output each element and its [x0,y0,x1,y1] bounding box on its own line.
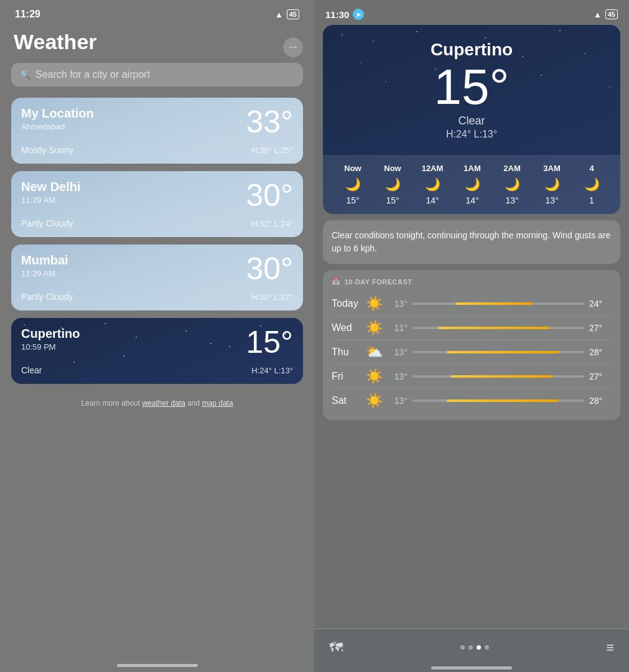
left-panel: 11:29 ▲ 45 ··· Weather 🔍 Search for a ci… [0,0,314,672]
forecast-bar-1 [438,327,549,329]
weather-card-mumbai[interactable]: Mumbai 11:29 AM 30° Partly Cloudy H:30° … [11,245,303,310]
hour-icon-6: 🌙 [584,177,600,192]
forecast-high-1: 27° [589,323,612,333]
bottom-toolbar: 🗺 ≡ [314,628,629,672]
location-icon: ➤ [353,9,364,20]
footer-text: Learn more about weather data and map da… [11,399,303,408]
hour-icon-1: 🌙 [385,177,401,192]
forecast-header: 📅 10-DAY FORECAST [332,278,612,286]
hour-label-5: 3AM [543,164,560,173]
forecast-bar-3 [450,375,554,378]
forecast-bar-container-3 [412,375,584,378]
app-title: Weather [14,30,303,54]
card-subtitle-my-location: Ahmedabad [21,122,94,131]
map-button[interactable]: 🗺 [329,640,343,656]
hour-label-1: Now [384,164,401,173]
hour-item-6: 4 🌙 1 [572,164,610,205]
main-weather-top: Cupertino 15° Clear H:24° L:13° [323,25,620,155]
hour-temp-3: 14° [465,195,478,205]
search-placeholder: Search for a city or airport [35,69,150,80]
detail-scroll[interactable]: Cupertino 15° Clear H:24° L:13° Now 🌙 15… [314,25,629,672]
description-box: Clear conditions tonight, continuing thr… [323,220,620,264]
main-city: Cupertino [333,40,610,60]
card-condition-mumbai: Partly Cloudy [21,292,73,302]
forecast-low-1: 11° [385,323,408,333]
hourly-section: Now 🌙 15° Now 🌙 15° 12AM 🌙 14° 1AM 🌙 14°… [323,155,620,214]
weather-card-cupertino[interactable]: Cupertino 10:59 PM 15° Clear H:24° L:13° [11,318,303,384]
more-button[interactable]: ··· [283,37,303,57]
hour-label-0: Now [344,164,361,173]
hour-icon-5: 🌙 [544,177,560,192]
hour-temp-5: 13° [545,195,558,205]
hour-item-4: 2AM 🌙 13° [492,164,532,205]
page-dot-2[interactable] [477,645,481,650]
card-time-new-delhi: 11:29 AM [21,195,81,205]
right-panel: 11:30 ➤ ▲ 45 [314,0,629,672]
hour-item-2: 12AM 🌙 14° [412,164,452,205]
card-hl-my-location: H:36° L:25° [251,146,293,155]
card-city-my-location: My Location [21,106,94,121]
forecast-bar-2 [447,351,558,353]
page-dot-1[interactable] [468,645,473,650]
card-temp-mumbai: 30° [246,253,293,284]
home-indicator-right [431,666,512,670]
forecast-day-2: Thu [332,347,363,358]
card-hl-new-delhi: H:32° L:24° [251,219,293,228]
forecast-bar-0 [455,302,533,305]
forecast-row-4: Sat ☀️ 13° 28° [332,389,612,413]
forecast-bar-container-4 [412,399,584,402]
hour-icon-0: 🌙 [345,177,361,192]
description-text: Clear conditions tonight, continuing thr… [332,230,610,253]
status-left-group: 11:30 ➤ [325,9,364,20]
page-dot-3[interactable] [485,645,489,650]
hour-temp-6: 1 [589,195,594,205]
card-hl-cupertino: H:24° L:13° [251,366,293,375]
hour-temp-2: 14° [426,195,439,205]
main-condition: Clear [333,114,610,128]
wifi-icon-right: ▲ [594,10,602,19]
forecast-row-0: Today ☀️ 13° 24° [332,292,612,316]
forecast-bar-container-0 [412,302,584,305]
weather-card-my-location[interactable]: My Location Ahmedabad 33° Mostly Sunny H… [11,98,303,164]
hour-temp-1: 15° [386,195,399,205]
hourly-row: Now 🌙 15° Now 🌙 15° 12AM 🌙 14° 1AM 🌙 14°… [333,164,610,205]
status-bar-left: 11:29 ▲ 45 [11,0,303,25]
forecast-low-2: 13° [385,347,408,357]
forecast-day-3: Fri [332,371,363,382]
time-left: 11:29 [15,9,40,20]
card-time-mumbai: 11:29 AM [21,269,68,278]
weather-data-link[interactable]: weather data [142,399,185,408]
status-bar-right: 11:30 ➤ ▲ 45 [314,0,629,25]
forecast-low-0: 13° [385,299,408,309]
battery-right: 45 [605,9,618,19]
page-dot-0[interactable] [460,645,465,650]
forecast-high-2: 28° [589,347,612,357]
hour-item-0: Now 🌙 15° [333,164,373,205]
forecast-icon-3: ☀️ [363,368,385,385]
weather-card-new-delhi[interactable]: New Delhi 11:29 AM 30° Partly Cloudy H:3… [11,171,303,237]
card-temp-new-delhi: 30° [246,180,293,211]
hour-icon-4: 🌙 [505,177,520,192]
card-city-mumbai: Mumbai [21,253,68,268]
battery-left: 45 [287,9,299,19]
hour-label-2: 12AM [422,164,444,173]
card-temp-my-location: 33° [246,106,293,138]
hour-item-3: 1AM 🌙 14° [452,164,492,205]
forecast-high-4: 28° [589,396,612,406]
status-icons-right: ▲ 45 [594,9,618,19]
hour-label-4: 2AM [503,164,520,173]
home-indicator-left [117,664,198,667]
hour-temp-4: 13° [505,195,518,205]
hour-label-6: 4 [589,164,594,173]
list-button[interactable]: ≡ [606,640,614,656]
forecast-icon-0: ☀️ [363,296,385,312]
forecast-row-2: Thu ⛅ 13° 28° [332,340,612,365]
wifi-icon: ▲ [275,10,283,19]
forecast-bar-container-1 [412,327,584,329]
map-data-link[interactable]: map data [202,399,233,408]
forecast-day-1: Wed [332,322,363,334]
forecast-rows: Today ☀️ 13° 24° Wed ☀️ 11° 27° Thu ⛅ 13… [332,292,612,413]
forecast-icon-4: ☀️ [363,393,385,409]
forecast-icon-1: ☀️ [363,320,385,336]
search-bar[interactable]: 🔍 Search for a city or airport [11,63,303,86]
